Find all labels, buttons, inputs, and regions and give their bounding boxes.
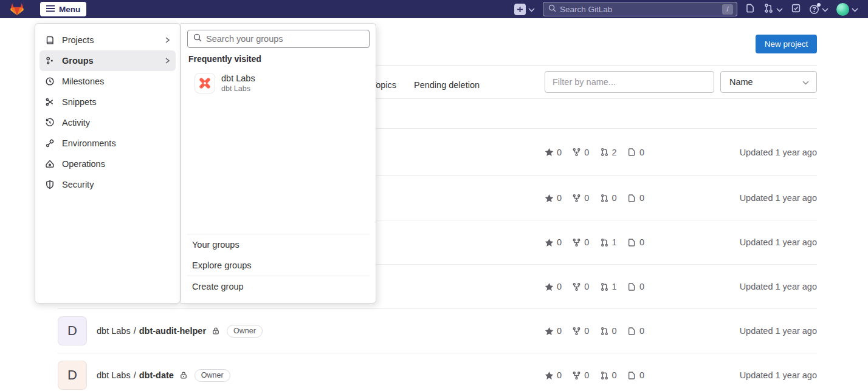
merge-requests-stat[interactable]: 2 [600, 148, 617, 157]
merge-requests-stat[interactable]: 0 [600, 370, 617, 380]
forks-stat[interactable]: 0 [572, 148, 589, 157]
main-menu-dropdown: Projects Groups Milestones Snippets Acti… [35, 23, 181, 304]
clock-icon [45, 76, 55, 86]
project-name[interactable]: dbt-audit-helper [139, 326, 206, 336]
menu-item-activity[interactable]: Activity [40, 112, 176, 133]
groups-icon [45, 56, 55, 66]
tab-pending-deletion[interactable]: Pending deletion [414, 71, 480, 98]
star-icon [545, 238, 554, 247]
issues-stat[interactable]: 0 [627, 282, 644, 291]
dbt-labs-logo-icon [195, 73, 215, 93]
merge-requests-stat[interactable]: 1 [600, 237, 617, 247]
global-search-input[interactable]: Search GitLab / [543, 2, 737, 16]
menu-item-security[interactable]: Security [40, 174, 176, 195]
issues-stat[interactable]: 0 [627, 148, 644, 157]
todos-icon[interactable] [791, 3, 801, 16]
help-dropdown[interactable] [809, 4, 828, 15]
chevron-down-icon [528, 4, 535, 15]
project-name[interactable]: dbt-date [139, 370, 174, 380]
forks-stat[interactable]: 0 [572, 237, 589, 247]
merge-requests-stat[interactable]: 1 [600, 282, 617, 291]
project-row[interactable]: D dbt Labs / dbt-audit-helper Owner 0 0 … [58, 309, 817, 353]
stars-stat[interactable]: 0 [545, 370, 562, 380]
forks-stat[interactable]: 0 [572, 282, 589, 291]
project-icon [45, 35, 55, 45]
namespace-separator: / [134, 326, 136, 336]
merge-request-icon [763, 3, 774, 16]
menu-item-operations[interactable]: Operations [40, 154, 176, 174]
group-search-placeholder: Search your groups [206, 34, 283, 44]
new-item-dropdown[interactable] [514, 4, 535, 15]
plus-icon [514, 4, 526, 15]
frequent-group-dbt-labs[interactable]: dbt Labs dbt Labs [181, 73, 376, 93]
menu-item-label: Activity [62, 118, 90, 127]
menu-item-snippets[interactable]: Snippets [40, 92, 176, 112]
project-namespace[interactable]: dbt Labs [97, 326, 131, 336]
help-icon [809, 4, 819, 15]
user-menu[interactable] [836, 3, 858, 16]
new-project-button[interactable]: New project [756, 35, 817, 53]
namespace-separator: / [134, 370, 136, 380]
chevron-right-icon [164, 36, 170, 44]
star-icon [545, 371, 554, 380]
merge-request-icon [600, 327, 609, 336]
menu-item-label: Groups [62, 56, 94, 66]
gitlab-logo-icon[interactable] [10, 2, 26, 16]
menu-item-projects[interactable]: Projects [40, 30, 176, 50]
group-subtitle: dbt Labs [221, 84, 255, 93]
fork-icon [572, 194, 581, 203]
menu-item-label: Environments [62, 138, 116, 148]
menu-item-environments[interactable]: Environments [40, 133, 176, 154]
explore-groups-link[interactable]: Explore groups [181, 255, 376, 276]
stars-stat[interactable]: 0 [545, 282, 562, 291]
issues-stat[interactable]: 0 [627, 193, 644, 203]
fork-icon [572, 282, 581, 291]
issues-stat[interactable]: 0 [627, 326, 644, 336]
operations-icon [45, 159, 55, 169]
merge-requests-stat[interactable]: 0 [600, 193, 617, 203]
menu-item-milestones[interactable]: Milestones [40, 71, 176, 92]
forks-stat[interactable]: 0 [572, 370, 589, 380]
star-icon [545, 194, 554, 203]
your-groups-link[interactable]: Your groups [181, 234, 376, 255]
project-avatar[interactable]: D [58, 316, 87, 345]
history-icon [45, 118, 55, 127]
user-avatar [836, 3, 849, 16]
menu-button[interactable]: Menu [40, 2, 86, 16]
sort-select-value: Name [729, 77, 753, 87]
environment-icon [45, 138, 55, 148]
issues-stat[interactable]: 0 [627, 237, 644, 247]
group-search-input[interactable]: Search your groups [187, 30, 370, 48]
role-badge: Owner [195, 369, 230, 382]
stars-stat[interactable]: 0 [545, 326, 562, 336]
menu-button-label: Menu [59, 5, 80, 14]
merge-requests-dropdown[interactable] [763, 3, 783, 16]
stars-stat[interactable]: 0 [545, 193, 562, 203]
stars-stat[interactable]: 0 [545, 148, 562, 157]
search-placeholder: Search GitLab [560, 5, 718, 14]
fork-icon [572, 148, 581, 157]
fork-icon [572, 371, 581, 380]
updated-label: Updated 1 year ago [644, 370, 817, 380]
menu-item-groups[interactable]: Groups [40, 50, 176, 71]
fork-icon [572, 327, 581, 336]
updated-label: Updated 1 year ago [644, 148, 817, 157]
issues-stat[interactable]: 0 [627, 370, 644, 380]
issues-icon[interactable] [745, 3, 756, 16]
project-avatar[interactable]: D [58, 361, 87, 390]
project-namespace[interactable]: dbt Labs [97, 370, 131, 380]
stars-stat[interactable]: 0 [545, 237, 562, 247]
sort-select[interactable]: Name [720, 71, 817, 93]
create-group-link[interactable]: Create group [181, 276, 376, 297]
group-title: dbt Labs [221, 73, 255, 83]
filter-by-name-input[interactable] [545, 71, 714, 93]
merge-requests-stat[interactable]: 0 [600, 326, 617, 336]
project-row[interactable]: D dbt Labs / dbt-date Owner 0 0 0 0 Upda… [58, 353, 817, 391]
chevron-down-icon [776, 4, 783, 15]
updated-label: Updated 1 year ago [644, 237, 817, 247]
frequently-visited-heading: Frequently visited [188, 54, 368, 64]
lock-icon [179, 371, 188, 379]
forks-stat[interactable]: 0 [572, 326, 589, 336]
forks-stat[interactable]: 0 [572, 193, 589, 203]
menu-item-label: Milestones [62, 76, 104, 86]
